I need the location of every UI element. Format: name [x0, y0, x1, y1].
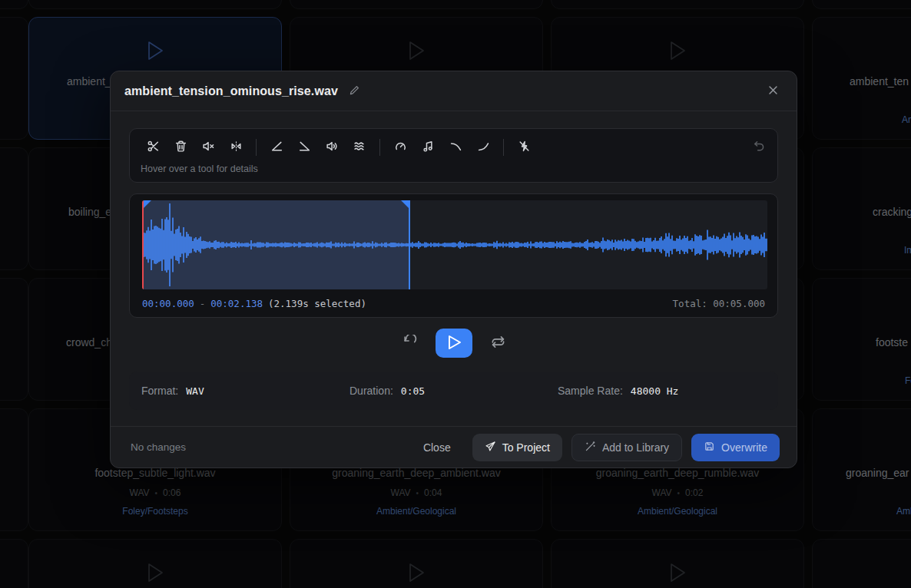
trash-tool-button[interactable]	[169, 136, 192, 159]
trash-icon	[174, 140, 187, 155]
waves-tool-button[interactable]	[348, 136, 371, 159]
rotate-ccw-icon	[402, 335, 417, 352]
music-note-tool-button[interactable]	[416, 136, 439, 159]
sample-rate-label: Sample Rate:	[558, 385, 623, 397]
duration-info: Duration: 0:05	[349, 385, 558, 397]
zap-off-icon	[518, 140, 531, 155]
selection-start-handle[interactable]	[144, 200, 151, 208]
format-info: Format: WAV	[141, 385, 349, 397]
modal-title: ambient_tension_ominous_rise.wav	[124, 84, 338, 98]
playback-controls	[129, 329, 778, 358]
to-project-label: To Project	[502, 441, 550, 454]
rename-button[interactable]	[346, 81, 363, 101]
volume-mute-icon	[202, 140, 215, 155]
play-icon	[445, 334, 463, 353]
selection-end-time: 00:02.138	[210, 298, 263, 309]
selection-duration: (2.139s selected)	[268, 298, 366, 309]
add-to-library-label: Add to Library	[602, 441, 669, 454]
toolbar-divider	[379, 139, 380, 156]
play-button[interactable]	[436, 329, 472, 358]
volume-tool-button[interactable]	[320, 136, 343, 159]
toolbar-divider	[503, 139, 504, 156]
sample-rate-value: 48000 Hz	[631, 385, 679, 397]
to-project-button[interactable]: To Project	[472, 434, 562, 461]
fade-in-icon	[270, 140, 283, 155]
duration-value: 0:05	[401, 385, 425, 397]
curve-up-tool-button[interactable]	[472, 136, 495, 159]
modal-body: Hover over a tool for details 00:00.000 …	[111, 128, 797, 410]
curve-down-tool-button[interactable]	[444, 136, 467, 159]
music-note-icon	[422, 140, 435, 155]
curve-down-icon	[449, 140, 462, 155]
curve-up-icon	[477, 140, 490, 155]
selection-start-time: 00:00.000	[142, 298, 194, 309]
gauge-tool-button[interactable]	[389, 136, 412, 159]
waves-icon	[353, 140, 366, 155]
undo-icon	[752, 140, 765, 155]
fade-in-tool-button[interactable]	[265, 136, 288, 159]
toolbar-hint: Hover over a tool for details	[130, 162, 777, 182]
toolbar-divider	[256, 139, 257, 156]
modal-header: ambient_tension_ominous_rise.wav	[111, 71, 797, 111]
close-icon	[767, 84, 780, 99]
fade-out-tool-button[interactable]	[293, 136, 316, 159]
sound-library-page: ambient_ambient_tenAmboiling_ecrackingIm…	[0, 0, 911, 588]
send-icon	[485, 441, 496, 454]
overwrite-label: Overwrite	[721, 441, 767, 454]
duration-label: Duration:	[349, 385, 393, 397]
playhead	[142, 200, 144, 289]
undo-button[interactable]	[749, 137, 768, 158]
format-value: WAV	[186, 385, 204, 397]
time-dash: -	[200, 298, 206, 309]
pencil-icon	[349, 84, 360, 98]
scissors-icon	[147, 140, 160, 155]
close-button[interactable]	[764, 81, 783, 102]
waveform-panel: 00:00.000 - 00:02.138 (2.139s selected) …	[129, 193, 778, 318]
toolbar-tools	[130, 129, 777, 162]
close-modal-button[interactable]: Close	[416, 434, 459, 461]
selection-end-line[interactable]	[409, 200, 410, 289]
file-info-panel: Format: WAV Duration: 0:05 Sample Rate: …	[129, 372, 778, 410]
waveform-selection[interactable]	[142, 200, 409, 289]
format-label: Format:	[141, 385, 178, 397]
add-to-library-button[interactable]: Add to Library	[571, 434, 682, 461]
selection-time-row: 00:00.000 - 00:02.138 (2.139s selected) …	[142, 298, 765, 309]
volume-icon	[326, 140, 339, 155]
wand-sparkles-icon	[585, 441, 596, 454]
sample-rate-info: Sample Rate: 48000 Hz	[558, 385, 766, 397]
loop-button[interactable]	[491, 335, 505, 352]
modal-footer: No changes Close To Project Add to Libra…	[111, 426, 797, 467]
restart-button[interactable]	[402, 335, 417, 352]
flip-horizontal-tool-button[interactable]	[224, 136, 247, 159]
waveform-display[interactable]	[142, 200, 767, 289]
footer-buttons: Close To Project Add to Library Overwrit…	[416, 434, 780, 461]
zap-off-tool-button[interactable]	[512, 136, 535, 159]
scissors-tool-button[interactable]	[141, 136, 164, 159]
volume-mute-tool-button[interactable]	[197, 136, 220, 159]
editor-toolbar: Hover over a tool for details	[129, 128, 778, 183]
repeat-icon	[491, 335, 505, 352]
save-icon	[704, 441, 715, 454]
changes-status: No changes	[131, 441, 186, 453]
total-duration: Total: 00:05.000	[673, 298, 765, 309]
fade-out-icon	[298, 140, 311, 155]
gauge-icon	[394, 140, 407, 155]
selection-end-handle[interactable]	[401, 200, 409, 208]
audio-editor-modal: ambient_tension_ominous_rise.wav Hover o…	[110, 71, 797, 468]
overwrite-button[interactable]: Overwrite	[691, 434, 780, 461]
flip-horizontal-icon	[230, 140, 243, 155]
